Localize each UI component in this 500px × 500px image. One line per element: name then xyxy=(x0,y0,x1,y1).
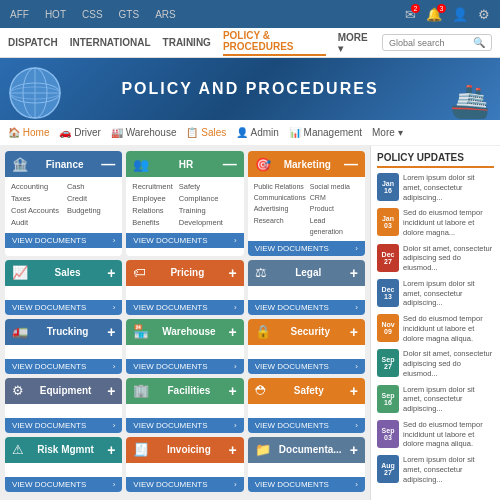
globe-decoration xyxy=(8,66,62,120)
top-nav-hot[interactable]: HOT xyxy=(45,9,66,20)
search-input[interactable] xyxy=(389,38,469,48)
top-nav-aff[interactable]: AFF xyxy=(10,9,29,20)
content-area: 🏦 Finance — AccountingTaxesCost Accounts… xyxy=(0,146,370,500)
subnav-management[interactable]: 📊 Management xyxy=(289,127,362,138)
documentation-plus[interactable]: + xyxy=(350,442,358,458)
card-legal[interactable]: ⚖ Legal + VIEW DOCUMENTS› xyxy=(248,260,365,315)
legal-footer[interactable]: VIEW DOCUMENTS› xyxy=(248,300,365,315)
marketing-icon: 🎯 xyxy=(255,157,271,172)
finance-footer[interactable]: VIEW DOCUMENTS› xyxy=(5,233,122,248)
trucking-icon: 🚛 xyxy=(12,324,28,339)
policy-item-8[interactable]: Sep03 Sed do eiusmod tempor incididunt u… xyxy=(377,420,494,449)
policy-item-1[interactable]: Jan16 Lorem ipsum dolor sit amet, consec… xyxy=(377,173,494,202)
marketing-title: Marketing xyxy=(284,159,331,170)
card-equipment[interactable]: ⚙ Equipment + VIEW DOCUMENTS› xyxy=(5,378,122,433)
subnav-more[interactable]: More ▾ xyxy=(372,127,403,138)
policy-text-9: Lorem ipsum dolor sit amet, consectetur … xyxy=(403,455,494,484)
policy-text-6: Dolor sit amet, consectetur adipiscing s… xyxy=(403,349,494,378)
policy-item-2[interactable]: Jan03 Sed do eiusmod tempor incididunt u… xyxy=(377,208,494,237)
legal-icon: ⚖ xyxy=(255,265,267,280)
search-icon[interactable]: 🔍 xyxy=(473,37,485,48)
policy-item-9[interactable]: Aug27 Lorem ipsum dolor sit amet, consec… xyxy=(377,455,494,484)
security-plus[interactable]: + xyxy=(350,324,358,340)
card-hr[interactable]: 👥 HR — RecruitmentEmployeeRelationsBenef… xyxy=(126,151,243,256)
policy-item-3[interactable]: Dec27 Dolor sit amet, consectetur adipis… xyxy=(377,244,494,273)
subnav-sales[interactable]: 📋 Sales xyxy=(186,127,226,138)
safety-title: Safety xyxy=(294,385,324,396)
marketing-minus[interactable]: — xyxy=(344,156,358,172)
card-marketing[interactable]: 🎯 Marketing — Public RelationsCommunicat… xyxy=(248,151,365,256)
policy-item-4[interactable]: Dec13 Lorem ipsum dolor sit amet, consec… xyxy=(377,279,494,308)
card-pricing[interactable]: 🏷 Pricing + VIEW DOCUMENTS› xyxy=(126,260,243,315)
trucking-plus[interactable]: + xyxy=(107,324,115,340)
hero-title: POLICY AND PROCEDURES xyxy=(121,80,378,98)
facilities-plus[interactable]: + xyxy=(228,383,236,399)
sales-title: Sales xyxy=(55,267,81,278)
finance-minus[interactable]: — xyxy=(101,156,115,172)
main-layout: 🏦 Finance — AccountingTaxesCost Accounts… xyxy=(0,146,500,500)
card-warehouse[interactable]: 🏪 Warehouse + VIEW DOCUMENTS› xyxy=(126,319,243,374)
settings-icon[interactable]: ⚙ xyxy=(478,7,490,22)
facilities-footer[interactable]: VIEW DOCUMENTS› xyxy=(126,418,243,433)
warehouse-footer[interactable]: VIEW DOCUMENTS› xyxy=(126,359,243,374)
policy-text-3: Dolor sit amet, consectetur adipiscing s… xyxy=(403,244,494,273)
hr-footer[interactable]: VIEW DOCUMENTS› xyxy=(126,233,243,248)
equipment-plus[interactable]: + xyxy=(107,383,115,399)
trucking-footer[interactable]: VIEW DOCUMENTS› xyxy=(5,359,122,374)
card-trucking[interactable]: 🚛 Trucking + VIEW DOCUMENTS› xyxy=(5,319,122,374)
policy-item-7[interactable]: Sep16 Lorem ipsum dolor sit amet, consec… xyxy=(377,385,494,414)
warehouse-icon: 🏪 xyxy=(133,324,149,339)
nav-dispatch[interactable]: DISPATCH xyxy=(8,37,58,48)
invoicing-plus[interactable]: + xyxy=(228,442,236,458)
security-footer[interactable]: VIEW DOCUMENTS› xyxy=(248,359,365,374)
card-sales[interactable]: 📈 Sales + VIEW DOCUMENTS› xyxy=(5,260,122,315)
warehouse-plus[interactable]: + xyxy=(228,324,236,340)
top-nav-css[interactable]: CSS xyxy=(82,9,103,20)
card-security[interactable]: 🔒 Security + VIEW DOCUMENTS› xyxy=(248,319,365,374)
risk-footer[interactable]: VIEW DOCUMENTS› xyxy=(5,477,122,492)
card-risk[interactable]: ⚠ Risk Mgmnt + VIEW DOCUMENTS› xyxy=(5,437,122,492)
card-facilities[interactable]: 🏢 Facilities + VIEW DOCUMENTS› xyxy=(126,378,243,433)
policy-item-6[interactable]: Sep27 Dolor sit amet, consectetur adipis… xyxy=(377,349,494,378)
nav-training[interactable]: TRAINING xyxy=(163,37,211,48)
top-nav-gts[interactable]: GTS xyxy=(119,9,140,20)
pricing-plus[interactable]: + xyxy=(228,265,236,281)
card-safety[interactable]: ⛑ Safety + VIEW DOCUMENTS› xyxy=(248,378,365,433)
marketing-footer[interactable]: VIEW DOCUMENTS› xyxy=(248,241,365,256)
user-icon[interactable]: 👤 xyxy=(452,7,468,22)
bell-icon[interactable]: 🔔3 xyxy=(426,7,442,22)
email-icon[interactable]: ✉2 xyxy=(405,7,416,22)
facilities-icon: 🏢 xyxy=(133,383,149,398)
top-nav-ars[interactable]: ARS xyxy=(155,9,176,20)
subnav-driver[interactable]: 🚗 Driver xyxy=(59,127,100,138)
policy-item-5[interactable]: Nov09 Sed do eiusmod tempor incididunt u… xyxy=(377,314,494,343)
documentation-icon: 📁 xyxy=(255,442,271,457)
risk-icon: ⚠ xyxy=(12,442,24,457)
subnav-admin[interactable]: 👤 Admin xyxy=(236,127,279,138)
sales-plus[interactable]: + xyxy=(107,265,115,281)
legal-plus[interactable]: + xyxy=(350,265,358,281)
safety-footer[interactable]: VIEW DOCUMENTS› xyxy=(248,418,365,433)
top-nav: AFF HOT CSS GTS ARS ✉2 🔔3 👤 ⚙ xyxy=(0,0,500,28)
policy-sidebar-title: POLICY UPDATES xyxy=(377,152,494,168)
subnav-home[interactable]: 🏠 Home xyxy=(8,127,49,138)
nav-international[interactable]: INTERNATIONAL xyxy=(70,37,151,48)
security-icon: 🔒 xyxy=(255,324,271,339)
risk-plus[interactable]: + xyxy=(107,442,115,458)
hr-minus[interactable]: — xyxy=(223,156,237,172)
invoicing-footer[interactable]: VIEW DOCUMENTS› xyxy=(126,477,243,492)
subnav-warehouse[interactable]: 🏭 Warehouse xyxy=(111,127,177,138)
nav-more[interactable]: MORE ▾ xyxy=(338,32,370,54)
card-documentation[interactable]: 📁 Documenta... + VIEW DOCUMENTS› xyxy=(248,437,365,492)
nav-policy[interactable]: POLICY & PROCEDURES xyxy=(223,30,326,56)
documentation-footer[interactable]: VIEW DOCUMENTS› xyxy=(248,477,365,492)
policy-sidebar: POLICY UPDATES Jan16 Lorem ipsum dolor s… xyxy=(370,146,500,500)
safety-plus[interactable]: + xyxy=(350,383,358,399)
pricing-footer[interactable]: VIEW DOCUMENTS› xyxy=(126,300,243,315)
sales-footer[interactable]: VIEW DOCUMENTS› xyxy=(5,300,122,315)
policy-text-2: Sed do eiusmod tempor incididunt ut labo… xyxy=(403,208,494,237)
equipment-footer[interactable]: VIEW DOCUMENTS› xyxy=(5,418,122,433)
trucking-title: Trucking xyxy=(47,326,89,337)
card-finance[interactable]: 🏦 Finance — AccountingTaxesCost Accounts… xyxy=(5,151,122,256)
card-invoicing[interactable]: 🧾 Invoicing + VIEW DOCUMENTS› xyxy=(126,437,243,492)
